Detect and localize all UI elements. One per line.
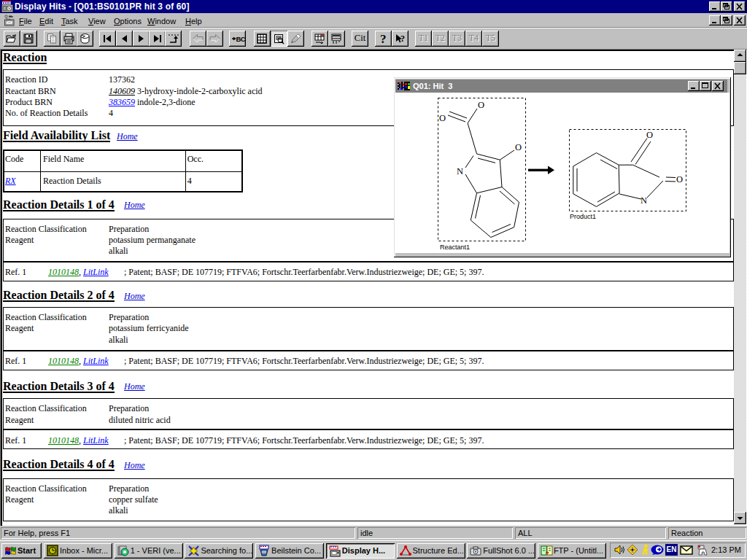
svg-text:O: O: [676, 174, 683, 184]
svg-text:?: ?: [400, 34, 405, 44]
svg-text:BC: BC: [236, 35, 246, 43]
svg-text:N: N: [640, 195, 647, 206]
svg-text:Reactant1: Reactant1: [440, 244, 470, 251]
svg-text:O: O: [515, 142, 522, 152]
svg-text:N: N: [457, 166, 463, 176]
svg-text:O: O: [439, 113, 446, 123]
svg-text:O: O: [478, 100, 484, 110]
svg-text:Product1: Product1: [570, 213, 596, 220]
svg-text:?: ?: [380, 33, 387, 44]
svg-text:O: O: [646, 130, 653, 140]
